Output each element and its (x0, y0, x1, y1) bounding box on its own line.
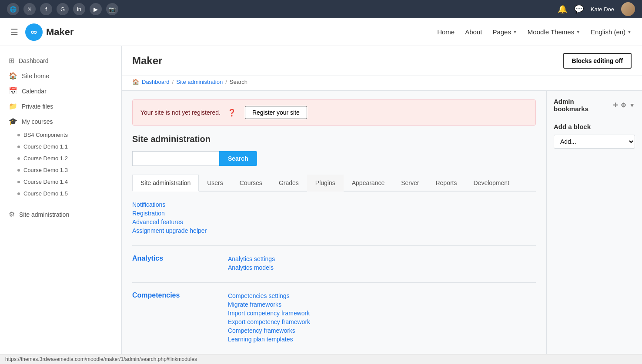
admin-area: Your site is not yet registered. ❓ Regis… (122, 91, 642, 363)
search-button[interactable]: Search (219, 151, 257, 166)
tab-plugins[interactable]: Plugins (307, 175, 344, 192)
link-migrate-frameworks[interactable]: Migrate frameworks (228, 300, 536, 309)
sidebar-item-private-files[interactable]: 📁 Private files (0, 99, 121, 114)
site-admin-links: Notifications Registration Advanced feat… (132, 200, 536, 235)
sidebar-item-site-home[interactable]: 🏠 Site home (0, 68, 121, 83)
sidebar-sub-label-demo12: Course Demo 1.2 (23, 155, 68, 162)
content-header: Maker Blocks editing off (122, 46, 642, 76)
tab-reports[interactable]: Reports (427, 175, 465, 192)
link-learning-plan-templates[interactable]: Learning plan templates (228, 335, 536, 344)
instagram-icon[interactable]: 📷 (106, 3, 118, 15)
sidebar-sub-demo13[interactable]: Course Demo 1.3 (0, 164, 121, 176)
globe-icon[interactable]: 🌐 (7, 3, 19, 15)
tab-server[interactable]: Server (393, 175, 427, 192)
nav-pages[interactable]: Pages ▼ (492, 28, 517, 36)
logo-circle: ∞ (25, 23, 43, 41)
sidebar-item-dashboard[interactable]: ⊞ Dashboard (0, 53, 121, 68)
add-block-title: Add a block (554, 123, 635, 130)
twitter-icon[interactable]: 𝕏 (23, 3, 36, 15)
sidebar-sub-label-demo11: Course Demo 1.1 (23, 143, 68, 150)
link-notifications[interactable]: Notifications (132, 200, 536, 209)
avatar[interactable] (621, 2, 635, 16)
logo-text: Maker (46, 26, 74, 38)
sidebar-label-site-home: Site home (22, 73, 49, 79)
sidebar-label-site-admin: Site administration (19, 211, 69, 218)
tab-appearance[interactable]: Appearance (344, 175, 393, 192)
blocks-editing-button[interactable]: Blocks editing off (563, 53, 632, 69)
breadcrumb-site-admin[interactable]: Site administration (176, 79, 223, 85)
admin-bookmarks-title: Admin bookmarks ✛ ⚙ ▼ (554, 98, 635, 113)
link-export-competency[interactable]: Export competency framework (228, 318, 536, 326)
link-assignment-upgrade[interactable]: Assignment upgrade helper (132, 226, 536, 235)
sidebar-sub-demo14[interactable]: Course Demo 1.4 (0, 176, 121, 188)
sub-dot-icon (17, 146, 20, 148)
link-analytics-models[interactable]: Analytics models (228, 263, 536, 272)
sidebar-label-dashboard: Dashboard (19, 57, 49, 64)
gear-settings-icon[interactable]: ⚙ (621, 102, 626, 109)
link-import-competency[interactable]: Import competency framework (228, 309, 536, 318)
breadcrumb-dashboard[interactable]: Dashboard (142, 79, 170, 85)
sub-dot-icon (17, 169, 20, 172)
search-area: Search (132, 151, 536, 166)
reg-alert-help-icon[interactable]: ❓ (227, 109, 236, 117)
logo-area[interactable]: ∞ Maker (25, 23, 74, 41)
notification-bell-icon[interactable]: 🔔 (558, 4, 567, 14)
main-nav: ☰ ∞ Maker Home About Pages ▼ Moodle Them… (0, 18, 642, 46)
breadcrumb-current: Search (230, 79, 247, 85)
hamburger-icon[interactable]: ☰ (10, 27, 18, 37)
link-analytics-settings[interactable]: Analytics settings (228, 255, 536, 263)
breadcrumb-icon: 🏠 (132, 79, 139, 85)
linkedin-icon[interactable]: in (73, 3, 85, 15)
link-competencies-settings[interactable]: Competencies settings (228, 291, 536, 300)
analytics-section: Analytics Analytics settings Analytics m… (132, 255, 536, 272)
admin-tabs: Site administration Users Courses Grades… (132, 175, 536, 192)
admin-main: Your site is not yet registered. ❓ Regis… (122, 91, 546, 363)
sidebar-sub-demo15[interactable]: Course Demo 1.5 (0, 188, 121, 199)
tab-grades[interactable]: Grades (271, 175, 307, 192)
link-advanced-features[interactable]: Advanced features (132, 218, 536, 226)
youtube-icon[interactable]: ▶ (90, 3, 102, 15)
nav-language[interactable]: English (en) ▼ (591, 28, 632, 36)
sub-dot-icon (17, 157, 20, 160)
main-content: Maker Blocks editing off 🏠 Dashboard / S… (122, 46, 642, 364)
nav-about[interactable]: About (465, 28, 482, 36)
add-block-select[interactable]: Add... (554, 135, 635, 149)
competencies-section: Competencies Competencies settings Migra… (132, 291, 536, 344)
nav-moodle-themes[interactable]: Moodle Themes ▼ (528, 28, 580, 36)
nav-home[interactable]: Home (437, 28, 455, 36)
facebook-icon[interactable]: f (40, 3, 52, 15)
graduation-cap-icon: 🎓 (9, 117, 17, 126)
sidebar-label-calendar: Calendar (22, 88, 47, 95)
sidebar-item-site-admin[interactable]: ⚙ Site administration (0, 207, 121, 222)
registration-alert: Your site is not yet registered. ❓ Regis… (132, 99, 536, 126)
tab-users[interactable]: Users (199, 175, 231, 192)
logo-infinity-icon: ∞ (31, 27, 37, 37)
google-plus-icon[interactable]: G (57, 3, 69, 15)
layout: ⊞ Dashboard 🏠 Site home 📅 Calendar 📁 Pri… (0, 46, 642, 364)
sidebar: ⊞ Dashboard 🏠 Site home 📅 Calendar 📁 Pri… (0, 46, 122, 364)
right-panel: Admin bookmarks ✛ ⚙ ▼ Add a block Add... (546, 91, 642, 363)
sidebar-label-private-files: Private files (22, 103, 53, 110)
sidebar-item-calendar[interactable]: 📅 Calendar (0, 83, 121, 99)
search-input[interactable] (132, 151, 219, 166)
tab-courses[interactable]: Courses (231, 175, 271, 192)
language-dropdown-arrow: ▼ (627, 30, 632, 34)
message-icon[interactable]: 💬 (574, 4, 584, 14)
sidebar-sub-demo12[interactable]: Course Demo 1.2 (0, 152, 121, 164)
sidebar-item-my-courses[interactable]: 🎓 My courses (0, 114, 121, 129)
sidebar-sub-bs4[interactable]: BS4 Components (0, 129, 121, 141)
tab-development[interactable]: Development (465, 175, 518, 192)
sub-dot-icon (17, 192, 20, 195)
register-site-button[interactable]: Register your site (245, 106, 307, 119)
move-icon[interactable]: ✛ (613, 102, 618, 109)
link-competency-frameworks[interactable]: Competency frameworks (228, 326, 536, 335)
sidebar-sub-demo11[interactable]: Course Demo 1.1 (0, 141, 121, 152)
link-registration[interactable]: Registration (132, 209, 536, 218)
chevron-down-icon[interactable]: ▼ (629, 102, 635, 109)
rp-icons: ✛ ⚙ ▼ (613, 102, 635, 109)
file-icon: 📁 (9, 102, 17, 110)
breadcrumb-sep-2: / (225, 79, 227, 85)
sidebar-sub-label-demo15: Course Demo 1.5 (23, 190, 68, 197)
sidebar-divider (0, 203, 121, 203)
tab-site-administration[interactable]: Site administration (132, 175, 199, 192)
